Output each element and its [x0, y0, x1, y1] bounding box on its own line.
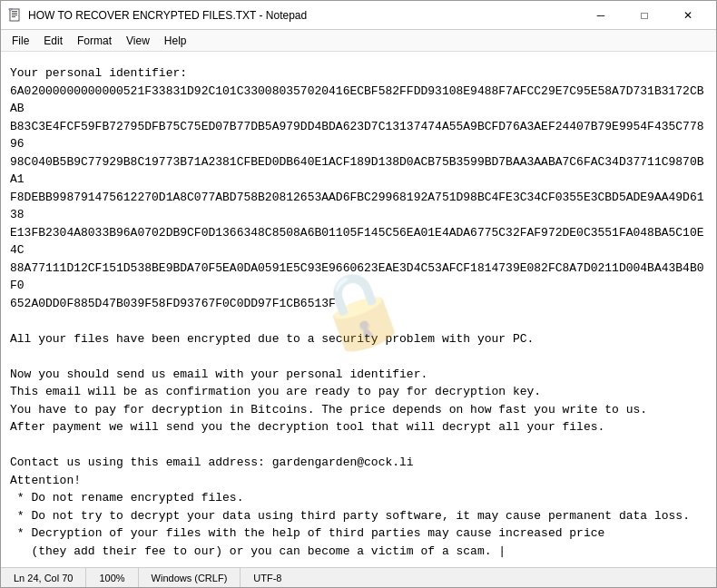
notepad-icon: [8, 8, 23, 23]
svg-rect-2: [12, 13, 17, 14]
menu-view[interactable]: View: [119, 33, 157, 49]
status-zoom: 100%: [86, 568, 138, 587]
minimize-button[interactable]: ─: [580, 5, 622, 26]
window-title: HOW TO RECOVER ENCRYPTED FILES.TXT - Not…: [28, 9, 307, 22]
notepad-window: HOW TO RECOVER ENCRYPTED FILES.TXT - Not…: [0, 0, 717, 588]
title-bar-left: HOW TO RECOVER ENCRYPTED FILES.TXT - Not…: [8, 8, 307, 23]
close-button[interactable]: ✕: [667, 5, 709, 26]
menu-help[interactable]: Help: [157, 33, 194, 49]
title-bar: HOW TO RECOVER ENCRYPTED FILES.TXT - Not…: [1, 1, 716, 30]
svg-rect-5: [9, 8, 12, 10]
status-encoding: UTF-8: [241, 568, 294, 587]
menu-file[interactable]: File: [5, 33, 36, 49]
status-line-col: Ln 24, Col 70: [10, 568, 86, 587]
status-line-ending: Windows (CRLF): [139, 568, 241, 587]
status-bar: Ln 24, Col 70 100% Windows (CRLF) UTF-8: [1, 567, 716, 587]
window-controls: ─ □ ✕: [580, 5, 709, 26]
editor-area: 🔒: [1, 52, 716, 567]
svg-rect-1: [12, 11, 17, 12]
text-editor[interactable]: [1, 52, 716, 567]
menu-bar: File Edit Format View Help: [1, 30, 716, 52]
svg-rect-4: [12, 16, 15, 17]
maximize-button[interactable]: □: [624, 5, 665, 26]
menu-format[interactable]: Format: [70, 33, 119, 49]
menu-edit[interactable]: Edit: [36, 33, 70, 49]
svg-rect-3: [12, 15, 17, 15]
